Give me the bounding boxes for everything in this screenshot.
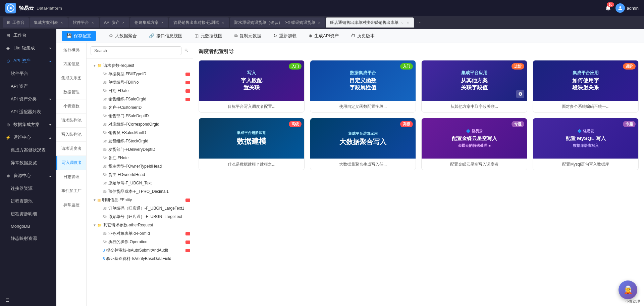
tab-integration-list[interactable]: 集成方案列表 × <box>30 17 68 28</box>
guide-card-5[interactable]: 集成平台进阶应用 数据建模 高级 什么是数据建模？建模之... <box>199 118 305 170</box>
tree-node-correspond-org[interactable]: Str 对应组织-FCorrespondOrgId <box>87 120 193 129</box>
tree-node-customer[interactable]: Str 客户-FCustomerID <box>87 103 193 112</box>
settings-icon[interactable]: ⚙ <box>516 90 524 98</box>
sidebar-item-health[interactable]: 集成方案健状况表 <box>0 144 56 157</box>
tree-node-bill-no[interactable]: Str 单据编号-FBillNo <box>87 78 193 87</box>
tab-guanyi-close[interactable]: × <box>221 20 224 25</box>
tab-wangdian[interactable]: 旺店通销售出库单对接金蝶销售出库单 ○ × <box>326 17 414 28</box>
guide-card-5-label: 什么是数据建模？建模之... <box>199 159 304 170</box>
sidebar-mongodb-label: MongoDB <box>11 224 30 229</box>
tab-create-close[interactable]: × <box>161 20 164 25</box>
sidebar-item-connector[interactable]: 连接器资源 <box>0 182 56 195</box>
left-panel-integration-map[interactable]: 集成关系图 <box>56 71 86 85</box>
sidebar-api-class-label: API 资产分类 <box>11 96 37 102</box>
guide-card-3[interactable]: 集成平台应用 从其他方案关联字段值 进阶 ⚙ 从其他方案中取字段关联... <box>421 60 527 113</box>
tree-node-salesman[interactable]: Str 销售员-FSalesManID <box>87 129 193 137</box>
meta-view-button[interactable]: ◫ 元数据视图 <box>190 31 227 41</box>
tree-node-auto-submit[interactable]: B 提交并审核-IsAutoSubmitAndAudit <box>87 246 193 255</box>
sidebar-item-process-detail[interactable]: 进程资源明细 <box>0 208 56 220</box>
search-input[interactable] <box>91 46 181 55</box>
tree-node-orig-order2[interactable]: Str 原始单号（旺店通）-F_UBGN_LargeText <box>87 213 193 221</box>
sidebar-item-static-map[interactable]: 静态映射资源 <box>0 232 56 245</box>
tab-integration-list-close[interactable]: × <box>60 20 63 25</box>
tab-create[interactable]: 创建集成方案 × <box>130 17 168 28</box>
left-panel-exception-monitor[interactable]: 异常监控 <box>56 198 86 212</box>
tab-jushuitan-close[interactable]: × <box>317 20 321 25</box>
tree-node-delivery-dept[interactable]: Str 发货部门-FDeliveryDeptID <box>87 145 193 154</box>
search-icon[interactable] <box>184 48 189 54</box>
save-config-button[interactable]: 💾 保存配置 <box>62 31 96 41</box>
left-panel-log[interactable]: 日志管理 <box>56 170 86 184</box>
tree-node-goods-owner[interactable]: Str 货主-FOwnerIdHead <box>87 171 193 179</box>
sidebar-item-api-class[interactable]: API 资产分类 ▾ <box>0 93 56 105</box>
left-panel-write-viewer[interactable]: 写入调度者 <box>56 156 86 170</box>
tab-api-close[interactable]: × <box>122 20 125 25</box>
guide-card-6[interactable]: 集成平台进阶应用 大数据聚合写入 高级 大数据量聚合生成写入任... <box>310 118 416 170</box>
sidebar-item-exception[interactable]: 异常数据总览 <box>0 157 56 169</box>
copy-meta-button[interactable]: ⧉ 复制元数据 <box>230 31 266 41</box>
left-panel-request-viewer[interactable]: 请求调度者 <box>56 142 86 156</box>
guide-card-7[interactable]: 🔷 轻易云 配置金蝶云星空写入 金蝶云的特殊处理 ■ 专题 配置金蝶云星空写入调… <box>421 118 527 170</box>
tabs-more-button[interactable]: ⋯ <box>415 19 424 27</box>
history-button[interactable]: ⏱ 历史版本 <box>346 31 379 41</box>
sidebar-item-api-assets[interactable]: ⊙ API 资产 ▴ <box>0 54 56 67</box>
tree-node-sale-dept[interactable]: Str 销售部门-FSaleDeptID <box>87 112 193 120</box>
guide-card-1[interactable]: 写入 字入段配置关联 入门 目标平台写入调度者配置... <box>199 60 305 113</box>
left-panel-event-factory[interactable]: 事件加工厂 <box>56 184 86 198</box>
left-panel-data-mgmt[interactable]: 数据管理 <box>56 85 86 99</box>
sidebar-item-lite[interactable]: ◈ Lite 轻集成 ▾ <box>0 42 56 54</box>
tree-node-date[interactable]: Str 日期-FDate <box>87 87 193 95</box>
tab-workbench[interactable]: ⊞ 工作台 <box>3 17 29 28</box>
tab-software-close[interactable]: × <box>91 20 94 25</box>
tree-node-order-code[interactable]: Str 订单编码（旺店通）-F_UBGN_LargeText1 <box>87 204 193 213</box>
tree-node-operation[interactable]: Str 执行的操作-Operation <box>87 238 193 246</box>
tree-node-stock-org[interactable]: Str 发货组织-FStockOrgId <box>87 137 193 145</box>
gen-api-button[interactable]: ⊕ 生成API资产 <box>304 31 343 41</box>
tree-node-form-id[interactable]: Str 业务对象表单Id-FormId <box>87 229 193 238</box>
left-panel-request-queue[interactable]: 请求队列池 <box>56 114 86 128</box>
tab-jushuitan[interactable]: 聚水潭采购退货单（确认）=>金蝶采购退货单 × <box>230 17 325 28</box>
interface-view-button[interactable]: 🔗 接口信息视图 <box>144 31 187 41</box>
tab-guanyi[interactable]: 管易销售出库对接-已测试 × <box>169 17 229 28</box>
tree-node-note[interactable]: Str 备注-FNote <box>87 154 193 162</box>
sidebar-item-software[interactable]: 软件平台 <box>0 67 56 80</box>
left-panel-scheme[interactable]: 方案信息 <box>56 57 86 71</box>
sidebar-item-ops[interactable]: ⚡ 运维中心 ▴ <box>0 131 56 144</box>
guide-card-4[interactable]: 集成平台应用 如何使用字段映射关系 进阶 面对多个系统编码不统一... <box>533 60 639 113</box>
sidebar-item-process-pool[interactable]: 进程资源池 <box>0 195 56 208</box>
sidebar-item-resource[interactable]: ⊗ 资源中心 ▴ <box>0 169 56 182</box>
tree-node-cost[interactable]: Str 预估货品成本-F_TPRO_Decimal1 <box>87 187 193 196</box>
user-button[interactable]: admin <box>615 3 639 13</box>
tree-node-bill-type[interactable]: Str 单据类型-FBillTypeID <box>87 70 193 78</box>
sidebar-item-data-integration[interactable]: ⊕ 数据集成方案 ▾ <box>0 118 56 131</box>
tree-node-other-req[interactable]: ▼ 📁 其它请求参数-otherRequest <box>87 221 193 229</box>
assistant-button[interactable]: 🧝 <box>619 280 637 299</box>
left-panel-xiao-qing[interactable]: 小青查数 <box>56 99 86 114</box>
tab-software[interactable]: 软件平台 × <box>68 17 99 28</box>
tree-node-entity[interactable]: ▼ ▦ 明细信息-FEntity <box>87 196 193 204</box>
tree-node-verify-base[interactable]: B 验证基础资料-IsVerifyBaseDataField <box>87 255 193 263</box>
tab-api[interactable]: API 资产 × <box>100 17 129 28</box>
reload-button[interactable]: ↻ 重新加载 <box>269 31 301 41</box>
left-panel-write-queue[interactable]: 写入队列池 <box>56 128 86 142</box>
sidebar-health-label: 集成方案健状况表 <box>11 147 46 153</box>
tree-node-req-params[interactable]: ▼ 📁 请求参数-request <box>87 61 193 70</box>
guide-card-8[interactable]: 🔷 轻易云 配置 MySQL 写入 数据库语表写入 专题 配置Mysql语句写入… <box>533 118 639 170</box>
tab-wangdian-close[interactable]: ○ <box>400 20 404 25</box>
tree-node-goods-type[interactable]: Str 货主类型-FOwnerTypeIdHead <box>87 162 193 171</box>
tab-wangdian-close2[interactable]: × <box>406 20 410 25</box>
sidebar-item-mongodb[interactable]: MongoDB <box>0 220 56 232</box>
sidebar-item-api[interactable]: API 资产 <box>0 80 56 93</box>
guide-card-2[interactable]: 数据集成平台 目定义函数字段属性值 入门 使用自定义函数配置字段... <box>310 60 416 113</box>
app-logo[interactable]: 轻易云 DataPlatform <box>5 3 66 13</box>
big-data-button[interactable]: ⚙ 大数据聚合 <box>104 31 142 41</box>
sidebar-item-workbench[interactable]: ⊞ 工作台 <box>0 29 56 42</box>
meta-view-label: 元数据视图 <box>201 33 222 39</box>
tree-node-sale-org[interactable]: Str 销售组织-FSaleOrgId <box>87 95 193 103</box>
sidebar-item-api-adapter[interactable]: API 适配器列表 <box>0 105 56 118</box>
left-panel-overview[interactable]: 运行概况 <box>56 43 86 57</box>
sidebar-collapse-button[interactable]: ☰ <box>0 294 56 306</box>
tree-node-orig-order[interactable]: Str 原始单号-F_UBGN_Text <box>87 179 193 187</box>
notification-button[interactable]: 10 <box>605 4 611 12</box>
platform-name: DataPlatform <box>37 6 62 11</box>
